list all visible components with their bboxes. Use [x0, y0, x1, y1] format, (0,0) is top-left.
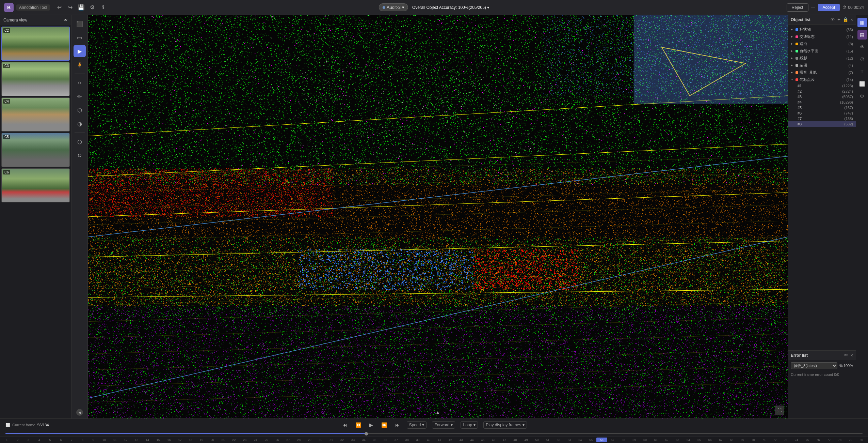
- speed-dropdown[interactable]: Speed ▾: [407, 421, 427, 429]
- frame-num-46[interactable]: 46: [488, 438, 499, 442]
- tool-person[interactable]: 🧍: [74, 59, 86, 71]
- frame-num-37[interactable]: 37: [391, 438, 402, 442]
- frame-num-62[interactable]: 62: [661, 438, 672, 442]
- frame-num-29[interactable]: 29: [304, 438, 315, 442]
- frame-num-14[interactable]: 14: [142, 438, 153, 442]
- tool-pencil[interactable]: ✏: [74, 90, 86, 103]
- forward-dropdown[interactable]: Forward ▾: [432, 421, 455, 429]
- sub-item-2[interactable]: #2 (2724): [788, 89, 856, 94]
- frame-num-15[interactable]: 15: [153, 438, 164, 442]
- frame-num-39[interactable]: 39: [413, 438, 423, 442]
- frame-num-76[interactable]: 76: [813, 438, 824, 442]
- frame-num-43[interactable]: 43: [456, 438, 467, 442]
- playback-last[interactable]: ⏭: [394, 421, 401, 429]
- frame-num-33[interactable]: 33: [348, 438, 358, 442]
- frame-num-13[interactable]: 13: [131, 438, 142, 442]
- frame-num-47[interactable]: 47: [499, 438, 510, 442]
- frame-num-17[interactable]: 17: [175, 438, 186, 442]
- frame-num-60[interactable]: 60: [640, 438, 650, 442]
- tool-select[interactable]: ⬛: [74, 18, 86, 30]
- frame-num-55[interactable]: 55: [585, 438, 596, 442]
- sub-item-1[interactable]: #1 (1223): [788, 83, 856, 89]
- frame-num-51[interactable]: 51: [542, 438, 553, 442]
- error-version-select[interactable]: 验收_3(latest): [791, 362, 837, 369]
- far-right-settings[interactable]: ⚙: [857, 91, 867, 101]
- sub-item-6[interactable]: #6 (747): [788, 110, 856, 116]
- progress-handle[interactable]: [365, 432, 368, 436]
- frame-num-7[interactable]: 7: [66, 438, 77, 442]
- frame-num-57[interactable]: 57: [607, 438, 618, 442]
- sub-item-7[interactable]: #7 (138): [788, 116, 856, 121]
- frame-num-38[interactable]: 38: [402, 438, 413, 442]
- frame-num-70[interactable]: 70: [748, 438, 759, 442]
- play-display-dropdown[interactable]: Play display frames ▾: [483, 421, 527, 429]
- undo-button[interactable]: ↩: [55, 3, 64, 12]
- frame-num-78[interactable]: 78: [834, 438, 845, 442]
- audit-badge[interactable]: Audit-3 ▾: [379, 3, 408, 11]
- error-eye-icon[interactable]: 👁: [844, 353, 848, 358]
- frame-num-11[interactable]: 11: [110, 438, 120, 442]
- camera-c5[interactable]: C5: [1, 133, 70, 167]
- obj-group-ghost[interactable]: ▶ 残影 (12): [788, 55, 856, 62]
- obj-group-pole[interactable]: ▶ 杆状物 (33): [788, 26, 856, 33]
- frame-num-52[interactable]: 52: [553, 438, 564, 442]
- frame-num-28[interactable]: 28: [293, 438, 304, 442]
- obj-group-road[interactable]: ▶ 路沿 (8): [788, 40, 856, 47]
- far-right-text[interactable]: T: [857, 67, 867, 76]
- frame-num-50[interactable]: 50: [531, 438, 542, 442]
- playback-next[interactable]: ⏩: [380, 421, 388, 429]
- viewport[interactable]: ⛶ ▲: [88, 15, 788, 418]
- sub-item-5[interactable]: #5 (167): [788, 105, 856, 110]
- frame-num-79[interactable]: 79: [845, 438, 856, 442]
- frame-num-36[interactable]: 36: [380, 438, 391, 442]
- progress-bar[interactable]: [5, 433, 863, 434]
- far-right-image[interactable]: ⬜: [857, 79, 867, 89]
- frame-num-4[interactable]: 4: [34, 438, 45, 442]
- frame-num-71[interactable]: 71: [759, 438, 770, 442]
- frame-num-74[interactable]: 74: [791, 438, 802, 442]
- frame-num-22[interactable]: 22: [228, 438, 239, 442]
- frame-num-18[interactable]: 18: [185, 438, 196, 442]
- expand-button[interactable]: ⛶: [775, 406, 784, 415]
- frame-num-35[interactable]: 35: [369, 438, 380, 442]
- object-list-star[interactable]: ✦: [837, 17, 841, 22]
- sub-item-4[interactable]: #4 (16296): [788, 100, 856, 105]
- frame-num-73[interactable]: 73: [780, 438, 791, 442]
- frame-num-45[interactable]: 45: [477, 438, 488, 442]
- frame-num-27[interactable]: 27: [283, 438, 293, 442]
- object-list-eye[interactable]: 👁: [831, 17, 835, 22]
- obj-group-unlabeled[interactable]: ▼ 勾标点云 (14): [788, 76, 856, 83]
- camera-c6[interactable]: C6: [1, 168, 70, 202]
- obj-group-misc[interactable]: ▶ 杂项 (4): [788, 62, 856, 69]
- frame-num-34[interactable]: 34: [358, 438, 369, 442]
- frame-num-8[interactable]: 8: [77, 438, 88, 442]
- tool-3d[interactable]: ⬡: [74, 136, 86, 148]
- playback-prev[interactable]: ⏪: [354, 421, 363, 429]
- frame-num-30[interactable]: 30: [315, 438, 326, 442]
- frame-num-54[interactable]: 54: [575, 438, 585, 442]
- frame-num-59[interactable]: 59: [629, 438, 640, 442]
- far-right-clock[interactable]: ⏱: [857, 55, 867, 64]
- far-right-layers1[interactable]: ▦: [857, 18, 867, 27]
- frame-num-26[interactable]: 26: [272, 438, 283, 442]
- tool-adjust[interactable]: ◑: [74, 118, 86, 130]
- frame-num-63[interactable]: 63: [672, 438, 683, 442]
- frame-num-20[interactable]: 20: [207, 438, 218, 442]
- frame-num-3[interactable]: 3: [23, 438, 34, 442]
- point-cloud-canvas[interactable]: [88, 15, 788, 418]
- obj-group-natural[interactable]: ▶ 自然水平面 (15): [788, 47, 856, 55]
- frame-num-75[interactable]: 75: [802, 438, 813, 442]
- settings-button[interactable]: ⚙: [88, 3, 96, 12]
- frame-num-5[interactable]: 5: [45, 438, 55, 442]
- frame-num-58[interactable]: 58: [618, 438, 629, 442]
- error-close-icon[interactable]: ×: [850, 353, 853, 358]
- frame-num-16[interactable]: 16: [164, 438, 175, 442]
- progress-bar-container[interactable]: [0, 431, 868, 437]
- frame-num-9[interactable]: 9: [88, 438, 99, 442]
- object-list-lock[interactable]: 🔒: [843, 17, 848, 22]
- accept-button[interactable]: Accept: [818, 4, 840, 11]
- frame-num-32[interactable]: 32: [337, 438, 348, 442]
- loop-dropdown[interactable]: Loop ▾: [461, 421, 478, 429]
- viewport-arrow[interactable]: ▲: [435, 410, 440, 415]
- frame-num-1[interactable]: 1: [1, 438, 12, 442]
